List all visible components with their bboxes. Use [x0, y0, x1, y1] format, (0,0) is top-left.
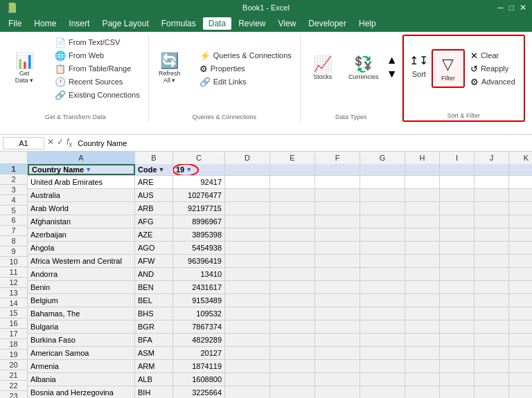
list-item[interactable] — [509, 215, 532, 228]
list-item[interactable]: 4829289 — [173, 334, 225, 346]
list-item[interactable]: Bulgaria — [28, 320, 135, 333]
list-item[interactable] — [225, 320, 270, 333]
row-num-23[interactable]: 23 — [0, 391, 28, 398]
list-item[interactable] — [405, 320, 440, 333]
menu-view[interactable]: View — [273, 17, 302, 30]
list-item[interactable] — [440, 242, 475, 254]
list-item[interactable] — [360, 202, 405, 215]
list-item[interactable] — [475, 255, 509, 267]
list-item[interactable] — [315, 215, 360, 228]
cell-g1[interactable] — [360, 164, 405, 175]
list-item[interactable] — [440, 373, 475, 386]
row-num-22[interactable]: 22 — [0, 381, 28, 391]
list-item[interactable]: BEL — [135, 294, 173, 307]
list-item[interactable] — [509, 294, 532, 307]
row-num-9[interactable]: 9 — [0, 246, 28, 257]
edit-links-button[interactable]: 🔗 Edit Links — [195, 75, 296, 88]
list-item[interactable]: Armenia — [28, 360, 135, 372]
cell-e1[interactable] — [270, 164, 315, 175]
list-item[interactable] — [315, 268, 360, 280]
list-item[interactable] — [509, 228, 532, 241]
list-item[interactable] — [475, 360, 509, 372]
list-item[interactable]: Andorra — [28, 268, 135, 280]
list-item[interactable]: AZE — [135, 228, 173, 241]
row-num-3[interactable]: 3 — [0, 185, 28, 195]
list-item[interactable] — [475, 281, 509, 293]
list-item[interactable] — [475, 215, 509, 228]
list-item[interactable] — [475, 176, 509, 188]
cell-h1[interactable] — [405, 164, 440, 175]
list-item[interactable] — [270, 386, 315, 398]
row-num-12[interactable]: 12 — [0, 278, 28, 288]
list-item[interactable]: 92417 — [173, 176, 225, 188]
list-item[interactable] — [475, 202, 509, 215]
list-item[interactable] — [509, 255, 532, 267]
minimize-btn[interactable]: ─ — [497, 3, 504, 12]
col-a-filter-icon[interactable]: ▼ — [85, 166, 91, 173]
maximize-btn[interactable]: □ — [509, 3, 514, 12]
list-item[interactable] — [315, 189, 360, 201]
list-item[interactable] — [440, 294, 475, 307]
list-item[interactable] — [360, 215, 405, 228]
list-item[interactable] — [509, 320, 532, 333]
list-item[interactable] — [509, 373, 532, 386]
list-item[interactable] — [360, 307, 405, 320]
cell-d1[interactable] — [225, 164, 270, 175]
list-item[interactable] — [315, 320, 360, 333]
list-item[interactable] — [360, 386, 405, 398]
list-item[interactable] — [360, 320, 405, 333]
list-item[interactable] — [270, 320, 315, 333]
list-item[interactable]: 13410 — [173, 268, 225, 280]
row-num-2[interactable]: 2 — [0, 174, 28, 185]
row-num-16[interactable]: 16 — [0, 318, 28, 329]
advanced-button[interactable]: ⚙ Advanced — [466, 75, 520, 88]
list-item[interactable] — [405, 347, 440, 359]
list-item[interactable]: 1874119 — [173, 360, 225, 372]
list-item[interactable] — [475, 347, 509, 359]
list-item[interactable] — [440, 202, 475, 215]
list-item[interactable] — [475, 386, 509, 398]
list-item[interactable] — [405, 242, 440, 254]
list-item[interactable] — [225, 189, 270, 201]
row-num-17[interactable]: 17 — [0, 329, 28, 339]
list-item[interactable] — [440, 347, 475, 359]
row-num-7[interactable]: 7 — [0, 226, 28, 236]
list-item[interactable] — [440, 268, 475, 280]
from-text-csv-button[interactable]: 📄 From Text/CSV — [51, 36, 144, 48]
col-header-b[interactable]: B — [135, 152, 173, 164]
col-b-filter-icon[interactable]: ▼ — [159, 166, 165, 173]
list-item[interactable] — [270, 373, 315, 386]
list-item[interactable]: 8996967 — [173, 215, 225, 228]
list-item[interactable] — [270, 347, 315, 359]
list-item[interactable] — [440, 307, 475, 320]
list-item[interactable] — [405, 281, 440, 293]
list-item[interactable] — [225, 386, 270, 398]
close-btn[interactable]: ✕ — [520, 3, 526, 12]
list-item[interactable] — [315, 176, 360, 188]
sort-desc-icon[interactable]: ↧ — [419, 54, 428, 67]
list-item[interactable] — [225, 373, 270, 386]
name-box[interactable]: A1 — [3, 137, 44, 150]
list-item[interactable] — [360, 189, 405, 201]
list-item[interactable]: 20127 — [173, 347, 225, 359]
list-item[interactable]: United Arab Emirates — [28, 176, 135, 188]
list-item[interactable]: American Samoa — [28, 347, 135, 359]
list-item[interactable] — [315, 294, 360, 307]
list-item[interactable] — [509, 202, 532, 215]
list-item[interactable]: AGO — [135, 242, 173, 254]
list-item[interactable]: 5454938 — [173, 242, 225, 254]
list-item[interactable] — [360, 373, 405, 386]
list-item[interactable] — [315, 334, 360, 346]
list-item[interactable] — [270, 202, 315, 215]
col-header-f[interactable]: F — [315, 152, 360, 164]
list-item[interactable] — [225, 242, 270, 254]
from-table-button[interactable]: 📋 From Table/Range — [51, 62, 144, 75]
list-item[interactable] — [225, 294, 270, 307]
menu-file[interactable]: File — [3, 17, 27, 30]
list-item[interactable]: AUS — [135, 189, 173, 201]
list-item[interactable]: Benin — [28, 281, 135, 293]
list-item[interactable]: 3225664 — [173, 386, 225, 398]
list-item[interactable] — [405, 373, 440, 386]
list-item[interactable] — [225, 307, 270, 320]
list-item[interactable] — [315, 255, 360, 267]
